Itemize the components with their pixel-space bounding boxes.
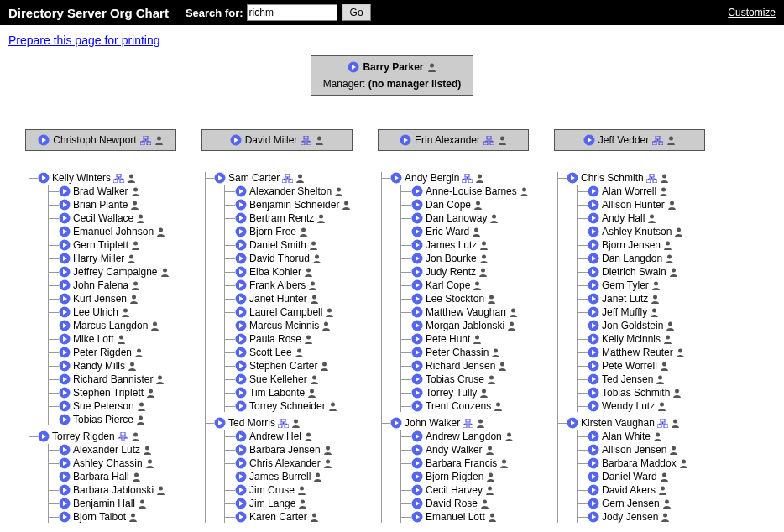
expand-arrow-icon[interactable] xyxy=(411,347,423,358)
go-button[interactable]: Go xyxy=(342,4,371,21)
expand-arrow-icon[interactable] xyxy=(59,320,71,331)
person-icon[interactable] xyxy=(520,187,529,196)
person-icon[interactable] xyxy=(310,375,319,384)
person-icon[interactable] xyxy=(310,513,319,522)
expand-arrow-icon[interactable] xyxy=(411,387,423,399)
person-icon[interactable] xyxy=(312,254,321,263)
expand-arrow-icon[interactable] xyxy=(588,239,599,251)
expand-arrow-icon[interactable] xyxy=(59,226,71,237)
expand-arrow-icon[interactable] xyxy=(588,320,599,331)
person-icon[interactable] xyxy=(328,402,337,411)
person-icon[interactable] xyxy=(659,187,668,196)
person-icon[interactable] xyxy=(487,375,496,384)
person-icon[interactable] xyxy=(321,321,331,331)
expand-arrow-icon[interactable] xyxy=(588,306,599,318)
person-icon[interactable] xyxy=(304,432,313,441)
orgchart-icon[interactable] xyxy=(646,174,657,183)
person-icon[interactable] xyxy=(131,432,140,441)
person-icon[interactable] xyxy=(291,419,301,428)
person-icon[interactable] xyxy=(676,348,685,357)
expand-arrow-icon[interactable] xyxy=(235,484,247,496)
person-icon[interactable] xyxy=(486,472,495,482)
scroll-area[interactable]: Prepare this page for printing Barry Par… xyxy=(0,25,784,532)
person-icon[interactable] xyxy=(479,254,489,263)
expand-arrow-icon[interactable] xyxy=(59,199,71,211)
expand-arrow-icon[interactable] xyxy=(411,185,423,197)
person-icon[interactable] xyxy=(507,321,516,331)
expand-arrow-icon[interactable] xyxy=(59,444,71,456)
person-icon[interactable] xyxy=(137,402,146,411)
expand-arrow-icon[interactable] xyxy=(411,457,423,469)
expand-arrow-icon[interactable] xyxy=(588,185,599,197)
expand-arrow-icon[interactable] xyxy=(230,134,242,146)
expand-arrow-icon[interactable] xyxy=(588,387,599,399)
expand-arrow-icon[interactable] xyxy=(411,266,423,278)
expand-arrow-icon[interactable] xyxy=(59,266,71,278)
expand-arrow-icon[interactable] xyxy=(411,279,423,291)
expand-arrow-icon[interactable] xyxy=(588,511,599,523)
person-icon[interactable] xyxy=(154,136,164,145)
person-icon[interactable] xyxy=(489,214,499,223)
person-icon[interactable] xyxy=(136,214,145,223)
person-icon[interactable] xyxy=(666,136,676,145)
expand-arrow-icon[interactable] xyxy=(411,320,423,331)
expand-arrow-icon[interactable] xyxy=(59,185,71,197)
person-icon[interactable] xyxy=(128,362,137,371)
expand-arrow-icon[interactable] xyxy=(235,239,247,251)
person-icon[interactable] xyxy=(485,486,494,495)
expand-arrow-icon[interactable] xyxy=(411,253,423,264)
person-icon[interactable] xyxy=(342,201,351,210)
person-icon[interactable] xyxy=(121,308,130,317)
person-icon[interactable] xyxy=(651,295,660,304)
person-icon[interactable] xyxy=(309,241,318,250)
search-input[interactable] xyxy=(247,4,337,21)
person-icon[interactable] xyxy=(658,486,667,495)
person-icon[interactable] xyxy=(653,432,662,441)
person-icon[interactable] xyxy=(323,459,332,468)
expand-arrow-icon[interactable] xyxy=(59,279,71,291)
expand-arrow-icon[interactable] xyxy=(235,400,247,412)
person-icon[interactable] xyxy=(298,499,307,509)
person-icon[interactable] xyxy=(320,362,329,371)
person-icon[interactable] xyxy=(143,446,152,455)
person-icon[interactable] xyxy=(473,281,482,290)
expand-arrow-icon[interactable] xyxy=(588,400,599,412)
expand-arrow-icon[interactable] xyxy=(214,172,226,184)
expand-arrow-icon[interactable] xyxy=(235,185,247,197)
person-icon[interactable] xyxy=(132,472,141,482)
expand-arrow-icon[interactable] xyxy=(411,444,423,456)
expand-arrow-icon[interactable] xyxy=(59,253,71,264)
person-icon[interactable] xyxy=(138,499,147,509)
person-icon[interactable] xyxy=(663,241,672,250)
expand-arrow-icon[interactable] xyxy=(59,347,71,358)
person-icon[interactable] xyxy=(473,335,482,344)
expand-arrow-icon[interactable] xyxy=(411,239,423,251)
expand-arrow-icon[interactable] xyxy=(59,293,71,305)
person-icon[interactable] xyxy=(308,281,317,290)
person-icon[interactable] xyxy=(504,432,514,441)
expand-arrow-icon[interactable] xyxy=(235,266,247,278)
expand-arrow-icon[interactable] xyxy=(348,61,359,73)
person-icon[interactable] xyxy=(131,241,140,250)
expand-arrow-icon[interactable] xyxy=(411,498,423,509)
expand-arrow-icon[interactable] xyxy=(235,347,247,358)
person-icon[interactable] xyxy=(657,402,666,411)
expand-arrow-icon[interactable] xyxy=(588,266,599,278)
expand-arrow-icon[interactable] xyxy=(588,498,599,509)
expand-arrow-icon[interactable] xyxy=(588,360,599,372)
person-icon[interactable] xyxy=(127,254,136,263)
person-icon[interactable] xyxy=(150,321,159,331)
person-icon[interactable] xyxy=(679,459,688,468)
person-icon[interactable] xyxy=(323,446,332,455)
expand-arrow-icon[interactable] xyxy=(235,360,247,372)
expand-arrow-icon[interactable] xyxy=(59,373,71,385)
expand-arrow-icon[interactable] xyxy=(235,199,247,211)
expand-arrow-icon[interactable] xyxy=(411,373,423,385)
expand-arrow-icon[interactable] xyxy=(583,134,595,146)
expand-arrow-icon[interactable] xyxy=(588,457,599,469)
person-icon[interactable] xyxy=(160,268,170,277)
person-icon[interactable] xyxy=(156,486,165,495)
expand-arrow-icon[interactable] xyxy=(411,199,423,211)
print-link[interactable]: Prepare this page for printing xyxy=(8,34,160,47)
expand-arrow-icon[interactable] xyxy=(235,430,247,442)
